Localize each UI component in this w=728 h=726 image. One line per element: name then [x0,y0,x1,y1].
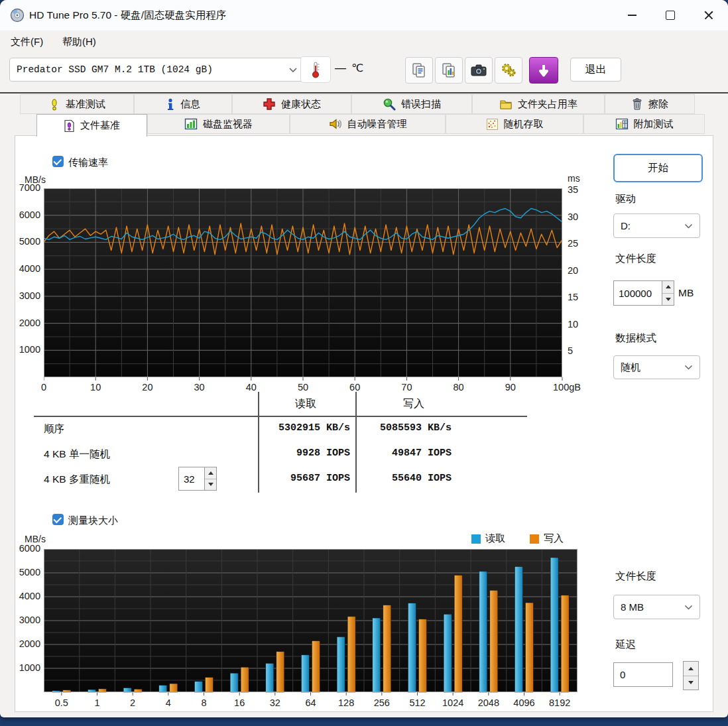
arrow-up-icon [666,285,671,288]
tab-error-scan[interactable]: 错误扫描 [351,94,472,114]
axis-tick-label: 2048 [469,697,509,708]
axis-tick-label: 3000 [15,615,40,625]
axis-tick-label: 1024 [433,697,473,708]
toolbar-divider [0,92,728,93]
axis-tick-label: 8 [184,697,224,708]
bar-read [266,663,274,692]
arrow-down-icon [688,681,694,684]
tab-disk-monitor[interactable]: 磁盘监视器 [147,114,290,134]
axis-tick-label: 2000 [15,638,40,649]
spin-down-button[interactable] [662,294,674,306]
folder-icon [499,98,513,110]
copy-text-button[interactable] [405,57,433,84]
screenshot-button[interactable] [465,57,493,84]
temperature-value: — [335,62,346,75]
axis-tick-label: 64 [291,697,331,708]
bar-write [490,590,498,692]
drive-dropdown[interactable]: D: [613,213,700,238]
file-length-value[interactable]: 100000 [613,280,662,306]
axis-tick-label: 256 [362,697,402,708]
axis-tick-label: 16 [219,697,259,708]
settings-button[interactable] [495,57,522,84]
tab-health[interactable]: 健康状态 [232,94,351,114]
speaker-icon [329,118,342,130]
health-cross-icon [263,97,276,111]
benchmark-icon [48,98,60,111]
file-benchmark-panel: 传输速率 MB/s ms 0102030405060708090100gB700… [15,135,713,712]
axis-tick-label: 5000 [15,567,40,577]
temperature-unit: ℃ [351,62,363,74]
title-bar: HD Tune Pro 5.70 - 硬盘/固态硬盘实用程序 [0,0,728,30]
copy-image-button[interactable] [435,57,463,84]
bar-read [195,682,203,692]
tab-benchmark[interactable]: 基准测试 [20,94,134,114]
close-button[interactable] [690,0,728,30]
chevron-down-icon [684,605,693,610]
menu-bar: 文件(F) 帮助(H) [0,30,728,52]
tab-label: 文件夹占用率 [518,98,577,111]
close-icon [704,11,713,20]
drive-label: 驱动 [615,192,636,206]
bar-write [312,641,320,692]
axis-tick-label: 4 [149,697,188,708]
menu-file[interactable]: 文件(F) [7,34,47,50]
block-size-checkbox[interactable] [52,514,64,525]
tab-folder-usage[interactable]: 文件夹占用率 [472,94,605,114]
maximize-button[interactable] [651,0,690,30]
tab-auto-acoustic[interactable]: 自动噪音管理 [290,114,446,134]
tab-label: 磁盘监视器 [203,118,253,131]
tab-erase[interactable]: 擦除 [605,94,695,114]
file-length-spinner[interactable]: 100000 [613,280,674,306]
spin-up-button[interactable] [662,281,674,294]
bar-write [383,605,391,692]
legend-write-label: 写入 [544,532,564,545]
save-button[interactable] [529,57,558,84]
disk-monitor-icon [184,118,198,130]
temperature-button[interactable] [300,56,331,83]
spin-up-button[interactable] [684,662,698,676]
data-mode-value: 随机 [621,361,640,374]
tab-label: 随机存取 [504,118,544,131]
menu-help[interactable]: 帮助(H) [58,34,100,50]
check-icon [53,514,62,523]
block-file-length-dropdown[interactable]: 8 MB [613,595,700,619]
window-title: HD Tune Pro 5.70 - 硬盘/固态硬盘实用程序 [29,9,226,23]
tab-label: 错误扫描 [401,98,441,111]
delay-input[interactable]: 0 [613,662,673,687]
trash-icon [631,97,643,111]
bar-read [515,567,523,692]
legend-read-swatch [471,534,481,544]
arrow-down-icon [666,298,671,301]
spin-down-button[interactable] [684,676,698,690]
start-button[interactable]: 开始 [613,154,703,182]
arrow-up-icon [688,667,694,670]
axis-tick-label: 1000 [15,662,40,673]
file-length-unit: MB [678,287,694,299]
data-mode-label: 数据模式 [615,332,656,345]
delay-spinner[interactable] [683,661,699,690]
exit-button[interactable]: 退出 [570,58,621,82]
tab-random-access[interactable]: 随机存取 [446,114,583,134]
axis-tick-label: 6000 [15,543,40,554]
block-file-length-value: 8 MB [621,601,644,613]
extra-tests-icon [615,118,629,130]
bar-write [241,667,249,692]
tab-label: 基准测试 [66,98,105,111]
bar-write [276,652,284,692]
delay-label: 延迟 [615,638,636,652]
block-size-chart [44,549,579,698]
copy-image-icon [441,62,457,78]
bar-write [561,595,569,692]
bar-read [230,673,238,692]
drive-select[interactable]: Predator SSD GM7 M.2 1TB (1024 gB) [9,58,305,82]
drive-dropdown-value: D: [621,220,631,231]
block-size-label: 测量块大小 [68,514,118,527]
tab-file-benchmark[interactable]: 文件基准 [36,114,147,137]
legend-read-label: 读取 [485,532,505,545]
tab-info[interactable]: 信息 [134,94,232,114]
minimize-button[interactable] [613,0,651,30]
data-mode-dropdown[interactable]: 随机 [613,355,700,379]
axis-tick-label: 32 [255,697,295,708]
block-file-length-label: 文件长度 [615,570,656,583]
tab-extra-tests[interactable]: 附加测试 [583,114,705,134]
